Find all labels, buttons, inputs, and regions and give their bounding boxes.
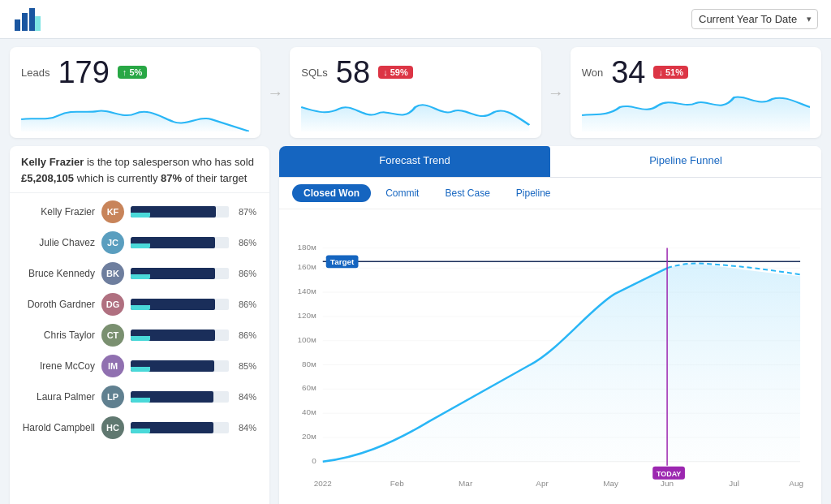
salesperson-pct: 86% xyxy=(239,330,261,340)
right-panel: Forecast Trend Pipeline Funnel Closed Wo… xyxy=(279,146,821,504)
top-salesperson-name: Kelly Frazier xyxy=(21,156,84,168)
top-salesperson-amount: £5,208,105 xyxy=(21,172,74,184)
main-tab-row: Forecast Trend Pipeline Funnel xyxy=(279,146,821,178)
sqls-sparkline xyxy=(301,91,529,131)
salesperson-name: Laura Palmer xyxy=(18,391,95,403)
sqls-value: 58 xyxy=(336,57,370,88)
period-selector[interactable]: Current Year To Date xyxy=(691,9,818,29)
progress-bar xyxy=(131,391,229,403)
svg-rect-1 xyxy=(22,13,28,31)
main-area: Kelly Frazier is the top salesperson who… xyxy=(0,146,831,504)
avatar: KF xyxy=(101,200,124,223)
leads-badge: ↑ 5% xyxy=(118,66,147,79)
list-item: Bruce KennedyBK86% xyxy=(10,258,269,289)
svg-text:2022: 2022 xyxy=(314,479,333,488)
metric-card-leads: Leads 179 ↑ 5% xyxy=(10,47,260,138)
svg-rect-0 xyxy=(15,19,20,31)
list-item: Julie ChavezJC86% xyxy=(10,227,269,258)
svg-text:Feb: Feb xyxy=(390,479,405,488)
salesperson-name: Harold Campbell xyxy=(18,422,95,433)
salesperson-name: Kelly Frazier xyxy=(18,206,95,218)
svg-text:20м: 20м xyxy=(302,432,316,441)
logo xyxy=(13,5,42,34)
tab-forecast-trend[interactable]: Forecast Trend xyxy=(279,146,550,177)
svg-text:160м: 160м xyxy=(297,262,316,271)
svg-text:180м: 180м xyxy=(297,243,316,252)
salesperson-name: Bruce Kennedy xyxy=(18,268,95,279)
sub-tab-best-case[interactable]: Best Case xyxy=(433,184,501,202)
svg-rect-2 xyxy=(29,8,35,31)
sub-tab-commit[interactable]: Commit xyxy=(374,184,430,202)
progress-bar xyxy=(131,206,229,218)
list-item: Harold CampbellHC84% xyxy=(10,412,269,443)
progress-bar xyxy=(131,360,229,372)
leads-sparkline xyxy=(21,91,249,131)
tab-pipeline-funnel[interactable]: Pipeline Funnel xyxy=(550,146,821,177)
sub-tab-pipeline[interactable]: Pipeline xyxy=(505,184,562,202)
svg-text:60м: 60м xyxy=(302,383,316,392)
salesperson-intro: Kelly Frazier is the top salesperson who… xyxy=(10,146,269,193)
avatar: CT xyxy=(101,324,124,347)
salesperson-pct: 84% xyxy=(239,392,261,402)
avatar: BK xyxy=(101,262,124,285)
list-item: Irene McCoyIM85% xyxy=(10,351,269,381)
progress-bar xyxy=(131,237,229,248)
salesperson-pct: 85% xyxy=(239,361,261,371)
svg-rect-3 xyxy=(35,16,41,31)
won-label: Won xyxy=(582,67,604,79)
svg-text:May: May xyxy=(603,479,618,488)
list-item: Doroth GardnerDG86% xyxy=(10,289,269,320)
svg-text:Target: Target xyxy=(330,257,355,266)
svg-text:Apr: Apr xyxy=(536,479,549,488)
salesperson-pct: 86% xyxy=(239,299,261,309)
chart-svg: 0 20м 40м 60м 80м 100м 120м 140м 160м 18… xyxy=(292,216,808,504)
salesperson-name: Irene McCoy xyxy=(18,360,95,372)
svg-text:Jun: Jun xyxy=(661,479,674,488)
salespeople-list: Kelly FrazierKF87%Julie ChavezJC86%Bruce… xyxy=(10,193,269,504)
svg-text:Mar: Mar xyxy=(459,479,473,488)
svg-text:TODAY: TODAY xyxy=(657,470,681,478)
sub-tab-row: Closed Won Commit Best Case Pipeline xyxy=(279,178,821,209)
metric-card-sqls: SQLs 58 ↓ 59% xyxy=(290,47,540,138)
salesperson-name: Doroth Gardner xyxy=(18,299,95,310)
svg-text:100м: 100м xyxy=(297,335,316,344)
leads-to-sqls-arrow: → xyxy=(260,47,290,138)
sqls-label: SQLs xyxy=(301,67,328,79)
progress-bar xyxy=(131,268,229,279)
progress-bar xyxy=(131,422,229,433)
avatar: DG xyxy=(101,293,124,316)
svg-text:80м: 80м xyxy=(302,360,316,368)
header: Current Year To Date xyxy=(0,0,831,39)
salesperson-pct: 86% xyxy=(239,238,261,248)
progress-bar xyxy=(131,299,229,310)
svg-text:Aug: Aug xyxy=(789,479,803,488)
leads-label: Leads xyxy=(21,67,50,79)
metric-card-won: Won 34 ↓ 51% xyxy=(571,47,821,138)
salesperson-pct: 87% xyxy=(239,207,261,217)
won-badge: ↓ 51% xyxy=(653,66,688,79)
sub-tab-closed-won[interactable]: Closed Won xyxy=(292,184,371,202)
left-panel: Kelly Frazier is the top salesperson who… xyxy=(10,146,269,504)
salesperson-pct: 86% xyxy=(239,269,261,278)
salesperson-name: Chris Taylor xyxy=(18,330,95,341)
salesperson-pct: 84% xyxy=(239,423,261,433)
top-salesperson-pct: 87% xyxy=(161,172,182,184)
list-item: Kelly FrazierKF87% xyxy=(10,196,269,227)
sqls-badge: ↓ 59% xyxy=(378,66,413,79)
avatar: JC xyxy=(101,231,124,254)
period-select[interactable]: Current Year To Date xyxy=(691,9,818,29)
avatar: HC xyxy=(101,416,124,439)
avatar: IM xyxy=(101,355,124,377)
svg-text:Jul: Jul xyxy=(729,479,739,488)
svg-text:40м: 40м xyxy=(302,407,316,416)
metrics-row: Leads 179 ↑ 5% → xyxy=(0,39,831,146)
list-item: Chris TaylorCT86% xyxy=(10,320,269,351)
leads-value: 179 xyxy=(58,57,109,88)
won-sparkline xyxy=(582,91,810,131)
salesperson-name: Julie Chavez xyxy=(18,237,95,248)
won-value: 34 xyxy=(611,57,645,88)
svg-text:0: 0 xyxy=(312,456,316,465)
svg-text:120м: 120м xyxy=(297,311,316,320)
progress-bar xyxy=(131,330,229,341)
sqls-to-won-arrow: → xyxy=(541,47,571,138)
